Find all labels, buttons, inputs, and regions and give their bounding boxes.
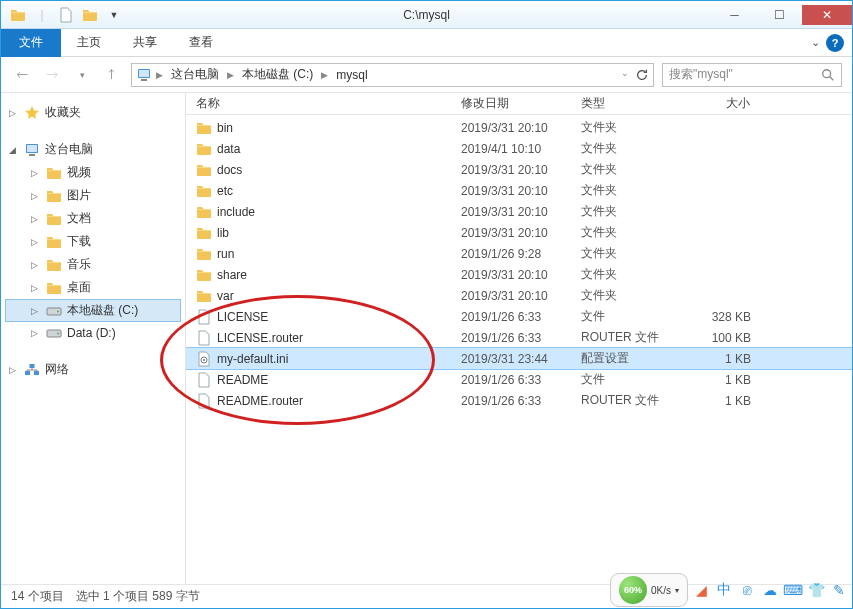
folder-icon bbox=[196, 225, 212, 241]
header-size[interactable]: 大小 bbox=[681, 93, 761, 114]
sidebar-pictures[interactable]: ▷图片 bbox=[5, 184, 181, 207]
sidebar-videos[interactable]: ▷视频 bbox=[5, 161, 181, 184]
file-row[interactable]: LICENSE.router2019/1/26 6:33ROUTER 文件100… bbox=[186, 327, 852, 348]
minimize-button[interactable]: ─ bbox=[712, 5, 757, 25]
refresh-icon[interactable] bbox=[635, 68, 649, 82]
file-row[interactable]: bin2019/3/31 20:10文件夹 bbox=[186, 117, 852, 138]
forward-button[interactable]: 🡒 bbox=[41, 64, 63, 86]
file-row[interactable]: README.router2019/1/26 6:33ROUTER 文件1 KB bbox=[186, 390, 852, 411]
file-row[interactable]: share2019/3/31 20:10文件夹 bbox=[186, 264, 852, 285]
chevron-down-icon[interactable]: ▾ bbox=[675, 586, 679, 595]
up-button[interactable]: 🡑 bbox=[101, 64, 123, 86]
file-row[interactable]: docs2019/3/31 20:10文件夹 bbox=[186, 159, 852, 180]
new-folder-icon[interactable] bbox=[79, 4, 101, 26]
header-name[interactable]: 名称 bbox=[186, 93, 451, 114]
chevron-down-icon[interactable]: ◢ bbox=[9, 145, 19, 155]
tray-icon-3[interactable]: ⎚ bbox=[737, 580, 757, 600]
sidebar-music[interactable]: ▷音乐 bbox=[5, 253, 181, 276]
folder-icon bbox=[196, 246, 212, 262]
sidebar-network[interactable]: ▷ 网络 bbox=[5, 358, 181, 381]
header-date[interactable]: 修改日期 bbox=[451, 93, 571, 114]
file-date: 2019/3/31 20:10 bbox=[451, 289, 571, 303]
file-type: 文件夹 bbox=[571, 140, 681, 157]
view-tab[interactable]: 查看 bbox=[173, 29, 229, 57]
chevron-right-icon[interactable]: ▶ bbox=[319, 70, 330, 80]
file-type: ROUTER 文件 bbox=[571, 392, 681, 409]
file-row[interactable]: run2019/1/26 9:28文件夹 bbox=[186, 243, 852, 264]
expand-ribbon-icon[interactable]: ⌄ bbox=[811, 36, 820, 49]
file-row[interactable]: LICENSE2019/1/26 6:33文件328 KB bbox=[186, 306, 852, 327]
folder-icon[interactable] bbox=[7, 4, 29, 26]
memory-ball: 60% bbox=[619, 576, 647, 604]
sidebar-downloads[interactable]: ▷下载 bbox=[5, 230, 181, 253]
properties-icon[interactable] bbox=[55, 4, 77, 26]
tray-icon-2[interactable]: 中 bbox=[714, 580, 734, 600]
share-tab[interactable]: 共享 bbox=[117, 29, 173, 57]
file-date: 2019/3/31 20:10 bbox=[451, 163, 571, 177]
help-icon[interactable]: ? bbox=[826, 34, 844, 52]
file-date: 2019/3/31 20:10 bbox=[451, 121, 571, 135]
file-size: 1 KB bbox=[681, 394, 761, 408]
close-button[interactable]: ✕ bbox=[802, 5, 852, 25]
file-type: 文件夹 bbox=[571, 182, 681, 199]
drive-icon bbox=[46, 325, 62, 341]
crumb-drive[interactable]: 本地磁盘 (C:) bbox=[238, 64, 317, 85]
search-input[interactable]: 搜索"mysql" bbox=[662, 63, 842, 87]
file-size: 328 KB bbox=[681, 310, 761, 324]
tray-icon-1[interactable]: ◢ bbox=[691, 580, 711, 600]
pc-icon bbox=[136, 67, 152, 83]
file-name: LICENSE.router bbox=[217, 331, 303, 345]
header-type[interactable]: 类型 bbox=[571, 93, 681, 114]
file-name: etc bbox=[217, 184, 233, 198]
qat-dropdown[interactable]: ▼ bbox=[103, 4, 125, 26]
file-row[interactable]: README2019/1/26 6:33文件1 KB bbox=[186, 369, 852, 390]
crumb-folder[interactable]: mysql bbox=[332, 66, 371, 84]
folder-icon bbox=[196, 267, 212, 283]
file-tab[interactable]: 文件 bbox=[1, 29, 61, 57]
column-headers: 名称 修改日期 类型 大小 bbox=[186, 93, 852, 115]
folder-icon bbox=[46, 165, 62, 181]
file-row[interactable]: data2019/4/1 10:10文件夹 bbox=[186, 138, 852, 159]
addr-dropdown[interactable]: ⌄ bbox=[619, 68, 631, 82]
file-name: LICENSE bbox=[217, 310, 268, 324]
search-placeholder: 搜索"mysql" bbox=[669, 66, 817, 83]
maximize-button[interactable]: ☐ bbox=[757, 5, 802, 25]
address-box[interactable]: ▶ 这台电脑 ▶ 本地磁盘 (C:) ▶ mysql ⌄ bbox=[131, 63, 654, 87]
tray-icon-6[interactable]: 👕 bbox=[806, 580, 826, 600]
file-date: 2019/3/31 20:10 bbox=[451, 226, 571, 240]
chevron-right-icon[interactable]: ▶ bbox=[225, 70, 236, 80]
folder-icon bbox=[46, 211, 62, 227]
sidebar-thispc[interactable]: ◢ 这台电脑 bbox=[5, 138, 181, 161]
speed-widget[interactable]: 60% 0K/s ▾ bbox=[610, 573, 688, 607]
file-date: 2019/3/31 20:10 bbox=[451, 268, 571, 282]
crumb-pc[interactable]: 这台电脑 bbox=[167, 64, 223, 85]
file-type: 文件 bbox=[571, 371, 681, 388]
tray-icon-4[interactable]: ☁ bbox=[760, 580, 780, 600]
file-date: 2019/3/31 20:10 bbox=[451, 205, 571, 219]
tray-icon-5[interactable]: ⌨ bbox=[783, 580, 803, 600]
navigation-pane: ▷ 收藏夹 ◢ 这台电脑 ▷视频 ▷图片 ▷文档 ▷下载 ▷音乐 ▷桌面 ▷本地… bbox=[1, 93, 186, 584]
file-type: 文件夹 bbox=[571, 245, 681, 262]
file-icon bbox=[196, 330, 212, 346]
file-row[interactable]: var2019/3/31 20:10文件夹 bbox=[186, 285, 852, 306]
drive-icon bbox=[46, 303, 62, 319]
sidebar-data-d[interactable]: ▷Data (D:) bbox=[5, 322, 181, 344]
status-selection: 选中 1 个项目 589 字节 bbox=[76, 588, 200, 605]
sidebar-desktop[interactable]: ▷桌面 bbox=[5, 276, 181, 299]
chevron-right-icon[interactable]: ▷ bbox=[9, 108, 19, 118]
sidebar-documents[interactable]: ▷文档 bbox=[5, 207, 181, 230]
home-tab[interactable]: 主页 bbox=[61, 29, 117, 57]
file-type: 配置设置 bbox=[571, 350, 681, 367]
chevron-right-icon[interactable]: ▷ bbox=[9, 365, 19, 375]
tray-icon-7[interactable]: ✎ bbox=[829, 580, 849, 600]
file-row[interactable]: lib2019/3/31 20:10文件夹 bbox=[186, 222, 852, 243]
back-button[interactable]: 🡐 bbox=[11, 64, 33, 86]
chevron-right-icon[interactable]: ▶ bbox=[154, 70, 165, 80]
sidebar-favorites[interactable]: ▷ 收藏夹 bbox=[5, 101, 181, 124]
file-row[interactable]: my-default.ini2019/3/31 23:44配置设置1 KB bbox=[186, 348, 852, 369]
sidebar-local-c[interactable]: ▷本地磁盘 (C:) bbox=[5, 299, 181, 322]
file-row[interactable]: include2019/3/31 20:10文件夹 bbox=[186, 201, 852, 222]
recent-dropdown[interactable]: ▾ bbox=[71, 64, 93, 86]
ribbon: 文件 主页 共享 查看 ⌄ ? bbox=[1, 29, 852, 57]
file-row[interactable]: etc2019/3/31 20:10文件夹 bbox=[186, 180, 852, 201]
